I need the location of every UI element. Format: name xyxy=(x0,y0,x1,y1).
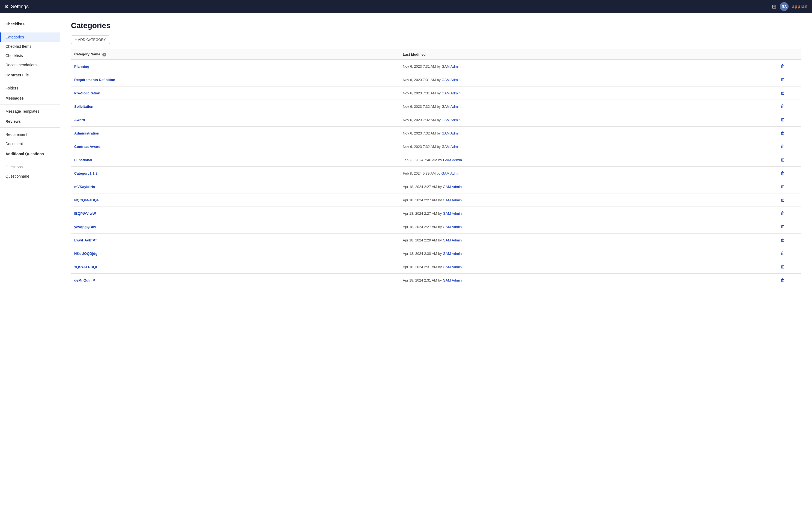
modified-text: Apr 18, 2024 2:27 AM by xyxy=(403,225,443,229)
table-row: mVKaylqiHsApr 18, 2024 2:27 AM by GAM Ad… xyxy=(71,180,801,193)
add-category-button[interactable]: + ADD CATEGORY xyxy=(71,35,110,44)
modified-cell: Apr 18, 2024 2:31 AM by GAM Admin xyxy=(400,274,765,287)
delete-button[interactable]: 🗑 xyxy=(779,130,787,137)
delete-button[interactable]: 🗑 xyxy=(779,183,787,190)
navbar-title: Settings xyxy=(11,4,29,10)
modified-cell: Apr 18, 2024 2:30 AM by GAM Admin xyxy=(400,247,765,260)
gear-icon: ⚙ xyxy=(4,3,9,10)
modified-text: Nov 6, 2023 7:32 AM by xyxy=(403,104,441,109)
delete-button[interactable]: 🗑 xyxy=(779,223,787,230)
table-row: NQCQsNaDQeApr 18, 2024 2:27 AM by GAM Ad… xyxy=(71,193,801,207)
category-link[interactable]: yevqpgQBkV xyxy=(74,225,96,229)
category-link[interactable]: NKqUOQDjdg xyxy=(74,251,98,256)
sidebar-item-requirement[interactable]: Requirement xyxy=(0,130,60,139)
delete-button[interactable]: 🗑 xyxy=(779,116,787,123)
sidebar-item-questions[interactable]: Questions xyxy=(0,162,60,172)
modified-by-link[interactable]: GAM Admin xyxy=(442,64,461,69)
delete-button[interactable]: 🗑 xyxy=(779,277,787,284)
sidebar-item-categories[interactable]: Categories xyxy=(0,32,60,42)
app-layout: Checklists Categories Checklist Items Ch… xyxy=(0,13,812,532)
modified-by-link[interactable]: GAM Admin xyxy=(443,212,462,216)
category-link[interactable]: deMnQuInlP xyxy=(74,278,95,282)
category-link[interactable]: Solicitation xyxy=(74,104,93,109)
category-name-cell: yevqpgQBkV xyxy=(71,220,400,233)
modified-by-link[interactable]: GAM Admin xyxy=(443,198,462,202)
category-link[interactable]: LwwHAvBfPT xyxy=(74,238,97,242)
modified-text: Apr 18, 2024 2:27 AM by xyxy=(403,212,443,216)
modified-by-link[interactable]: GAM Admin xyxy=(442,145,461,149)
action-cell: 🗑 xyxy=(765,247,801,260)
modified-by-link[interactable]: GAM Admin xyxy=(443,225,462,229)
category-link[interactable]: Requirements Definition xyxy=(74,78,115,82)
action-cell: 🗑 xyxy=(765,207,801,220)
sidebar-item-checklists[interactable]: Checklists xyxy=(0,51,60,60)
delete-button[interactable]: 🗑 xyxy=(779,236,787,244)
action-cell: 🗑 xyxy=(765,140,801,153)
modified-by-link[interactable]: GAM Admin xyxy=(443,238,462,242)
modified-by-link[interactable]: GAM Admin xyxy=(443,185,462,189)
modified-cell: Nov 6, 2023 7:32 AM by GAM Admin xyxy=(400,127,765,140)
modified-by-link[interactable]: GAM Admin xyxy=(443,265,462,269)
category-name-cell: Contract Award xyxy=(71,140,400,153)
table-row: Pre-SolicitationNov 6, 2023 7:31 AM by G… xyxy=(71,86,801,100)
sidebar: Checklists Categories Checklist Items Ch… xyxy=(0,13,60,532)
modified-cell: Apr 18, 2024 2:27 AM by GAM Admin xyxy=(400,207,765,220)
delete-button[interactable]: 🗑 xyxy=(779,76,787,83)
sidebar-item-message-templates[interactable]: Message Templates xyxy=(0,107,60,116)
category-link[interactable]: Functional xyxy=(74,158,92,162)
delete-button[interactable]: 🗑 xyxy=(779,197,787,203)
modified-by-link[interactable]: GAM Admin xyxy=(443,158,462,162)
sidebar-section-checklists: Checklists xyxy=(0,18,60,28)
category-name-cell: Solicitation xyxy=(71,100,400,113)
modified-cell: Jan 23, 2024 7:46 AM by GAM Admin xyxy=(400,153,765,167)
action-cell: 🗑 xyxy=(765,127,801,140)
sidebar-section-reviews: Reviews xyxy=(0,116,60,125)
modified-by-link[interactable]: GAM Admin xyxy=(442,78,461,82)
modified-by-link[interactable]: GAM Admin xyxy=(442,118,461,122)
action-cell: 🗑 xyxy=(765,59,801,73)
delete-button[interactable]: 🗑 xyxy=(779,210,787,217)
delete-button[interactable]: 🗑 xyxy=(779,63,787,70)
delete-button[interactable]: 🗑 xyxy=(779,156,787,163)
category-link[interactable]: sQSxALRRQI xyxy=(74,265,97,269)
modified-by-link[interactable]: GAM Admin xyxy=(441,171,460,175)
category-link[interactable]: Administration xyxy=(74,131,99,135)
category-link[interactable]: IEQPtVVrwW xyxy=(74,212,96,216)
modified-by-link[interactable]: GAM Admin xyxy=(442,131,461,135)
modified-text: Nov 6, 2023 7:32 AM by xyxy=(403,118,441,122)
category-link[interactable]: Award xyxy=(74,118,85,122)
sidebar-item-checklist-items[interactable]: Checklist Items xyxy=(0,42,60,51)
modified-by-link[interactable]: GAM Admin xyxy=(443,278,462,282)
delete-button[interactable]: 🗑 xyxy=(779,263,787,270)
modified-cell: Apr 18, 2024 2:31 AM by GAM Admin xyxy=(400,260,765,274)
modified-text: Apr 18, 2024 2:31 AM by xyxy=(403,265,443,269)
category-link[interactable]: Planning xyxy=(74,64,89,69)
delete-button[interactable]: 🗑 xyxy=(779,170,787,177)
sidebar-item-recommendations[interactable]: Recommendations xyxy=(0,60,60,70)
modified-by-link[interactable]: GAM Admin xyxy=(443,251,462,256)
grid-icon[interactable]: ⊞ xyxy=(772,3,777,10)
category-link[interactable]: Pre-Solicitation xyxy=(74,91,100,95)
category-name-cell: Administration xyxy=(71,127,400,140)
modified-cell: Apr 18, 2024 2:27 AM by GAM Admin xyxy=(400,180,765,193)
navbar-right: ⊞ GA appian xyxy=(772,2,808,11)
delete-button[interactable]: 🗑 xyxy=(779,89,787,97)
delete-button[interactable]: 🗑 xyxy=(779,143,787,150)
category-link[interactable]: Contract Award xyxy=(74,145,100,149)
category-link[interactable]: Category1 1.8 xyxy=(74,171,98,175)
modified-text: Nov 6, 2023 7:32 AM by xyxy=(403,131,441,135)
modified-cell: Nov 6, 2023 7:31 AM by GAM Admin xyxy=(400,73,765,86)
avatar[interactable]: GA xyxy=(780,2,788,11)
sidebar-item-document[interactable]: Document xyxy=(0,139,60,148)
table-row: NKqUOQDjdgApr 18, 2024 2:30 AM by GAM Ad… xyxy=(71,247,801,260)
category-link[interactable]: NQCQsNaDQe xyxy=(74,198,99,202)
table-row: deMnQuInlPApr 18, 2024 2:31 AM by GAM Ad… xyxy=(71,274,801,287)
delete-button[interactable]: 🗑 xyxy=(779,103,787,110)
modified-by-link[interactable]: GAM Admin xyxy=(442,91,461,95)
sidebar-item-folders[interactable]: Folders xyxy=(0,84,60,93)
modified-text: Apr 18, 2024 2:29 AM by xyxy=(403,238,443,242)
delete-button[interactable]: 🗑 xyxy=(779,250,787,257)
sidebar-item-questionnaire[interactable]: Questionnaire xyxy=(0,172,60,181)
category-link[interactable]: mVKaylqiHs xyxy=(74,185,95,189)
modified-by-link[interactable]: GAM Admin xyxy=(442,104,461,109)
